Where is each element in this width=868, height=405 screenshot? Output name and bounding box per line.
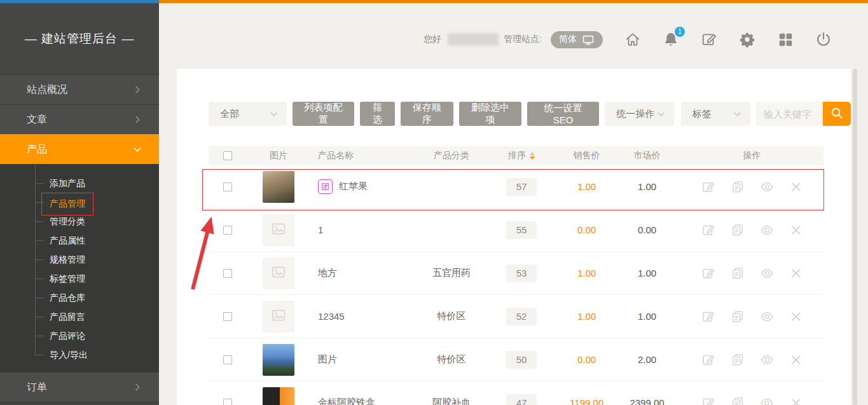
copy-icon[interactable]	[731, 223, 745, 237]
save-order-button[interactable]: 保存顺序	[401, 102, 453, 126]
delete-selected-button[interactable]: 删除选中项	[459, 102, 521, 126]
sort-carets-icon[interactable]	[530, 152, 535, 160]
scrollbar-thumb[interactable]	[853, 69, 857, 405]
list-config-button[interactable]: 列表项配置	[293, 102, 355, 126]
sidebar-item-label: 文章	[27, 113, 47, 127]
cell-name: 1	[310, 224, 420, 235]
row-checkbox[interactable]	[223, 269, 232, 278]
cell-select	[209, 312, 247, 321]
copy-icon[interactable]	[731, 310, 745, 324]
sidebar-item-orders[interactable]: 订单	[0, 372, 159, 402]
view-icon[interactable]	[760, 310, 774, 324]
view-icon[interactable]	[760, 266, 774, 280]
edit-icon[interactable]	[701, 396, 715, 405]
batch-operation-dropdown[interactable]: 统一操作	[605, 102, 673, 126]
gear-icon[interactable]	[739, 31, 755, 48]
column-header-6: 市场价	[614, 150, 680, 161]
sidebar-subitem-label: 标签管理	[50, 273, 85, 284]
cell-image	[247, 257, 310, 289]
sidebar-subitem-product-messages[interactable]: 产品留言	[0, 307, 159, 326]
batch-seo-button[interactable]: 统一设置SEO	[527, 102, 600, 126]
category-filter-dropdown[interactable]: 全部	[209, 102, 287, 126]
search-input[interactable]	[756, 102, 823, 126]
top-header: 您好 管理站点: 简体 1	[424, 30, 832, 49]
view-icon[interactable]	[760, 223, 774, 237]
copy-icon[interactable]	[731, 396, 745, 405]
home-icon[interactable]	[624, 31, 641, 48]
search-button[interactable]	[823, 102, 851, 126]
sort-asc-icon[interactable]	[530, 152, 535, 155]
sort-value-input[interactable]: 57	[506, 178, 537, 196]
sidebar-subitem-spec-management[interactable]: 规格管理	[0, 250, 159, 269]
bell-icon[interactable]: 1	[663, 31, 679, 48]
sidebar-subitem-tag-management[interactable]: 标签管理	[0, 269, 159, 288]
delete-icon[interactable]	[789, 353, 803, 367]
table-row: 地方五官用药531.001.00	[209, 252, 823, 295]
sale-price: 0.00	[577, 354, 596, 365]
apps-grid-icon[interactable]	[777, 31, 794, 48]
sidebar-subitem-add-product[interactable]: 添加产品	[0, 174, 159, 193]
sidebar-item-products[interactable]: 产品	[0, 134, 159, 164]
delete-icon[interactable]	[789, 310, 803, 324]
row-checkbox[interactable]	[223, 226, 232, 235]
sidebar-submenu: 添加产品产品管理管理分类产品属性规格管理标签管理产品仓库产品留言产品评论导入/导…	[0, 164, 159, 372]
sort-value-input[interactable]: 53	[506, 264, 537, 282]
language-site-pill[interactable]: 简体	[551, 31, 603, 48]
sidebar-subitem-import-export[interactable]: 导入/导出	[0, 345, 159, 364]
cell-market-price: 0.00	[614, 224, 680, 236]
cell-name: 图片	[310, 354, 420, 366]
sidebar-subitem-product-reviews[interactable]: 产品评论	[0, 326, 159, 345]
tag-dropdown[interactable]: 标签	[681, 102, 750, 126]
product-category: 五官用药	[432, 267, 471, 278]
view-icon[interactable]	[760, 396, 774, 405]
sort-value-input[interactable]: 52	[506, 308, 537, 326]
copy-icon[interactable]	[731, 266, 745, 280]
delete-icon[interactable]	[789, 180, 803, 194]
cell-sort: 47	[483, 394, 560, 405]
delete-icon[interactable]	[789, 266, 803, 280]
view-icon[interactable]	[760, 180, 774, 194]
delete-icon[interactable]	[789, 223, 803, 237]
sort-value-input[interactable]: 47	[506, 394, 537, 405]
filter-button[interactable]: 筛选	[360, 102, 395, 126]
notification-badge: 1	[675, 27, 685, 37]
sidebar-subitem-label: 添加产品	[50, 178, 85, 188]
sidebar-item-articles[interactable]: 文章	[0, 104, 159, 134]
copy-icon[interactable]	[731, 180, 745, 194]
compose-icon[interactable]	[701, 31, 717, 48]
edit-icon[interactable]	[701, 353, 715, 367]
row-checkbox[interactable]	[223, 182, 232, 191]
row-checkbox[interactable]	[223, 312, 232, 321]
sort-value-input[interactable]: 50	[506, 351, 537, 369]
copy-icon[interactable]	[731, 353, 745, 367]
edit-icon[interactable]	[701, 180, 715, 194]
content-panel: 全部 列表项配置筛选保存顺序删除选中项统一设置SEO 统一操作 标签	[177, 69, 851, 405]
column-header-1: 图片	[247, 150, 310, 161]
product-name: 图片	[318, 354, 337, 366]
view-icon[interactable]	[760, 353, 774, 367]
sort-desc-icon[interactable]	[530, 156, 535, 160]
cell-name: 团红苹果	[310, 179, 420, 194]
sidebar-subitem-product-warehouse[interactable]: 产品仓库	[0, 288, 159, 307]
delete-icon[interactable]	[789, 396, 803, 405]
sidebar-subitem-label: 产品评论	[50, 331, 85, 341]
edit-icon[interactable]	[701, 310, 715, 324]
dropdown-label: 标签	[692, 108, 712, 120]
edit-icon[interactable]	[701, 223, 715, 237]
sidebar-item-site-overview[interactable]: 站点概况	[0, 74, 159, 104]
select-all-checkbox[interactable]	[223, 151, 232, 160]
cell-image	[247, 214, 310, 246]
row-checkbox[interactable]	[223, 355, 232, 364]
column-header-4[interactable]: 排序	[483, 150, 560, 161]
sidebar-subitem-product-management[interactable]: 产品管理	[0, 193, 159, 212]
edit-icon[interactable]	[701, 266, 715, 280]
cell-name: 地方	[310, 267, 420, 279]
sort-value-input[interactable]: 55	[506, 221, 537, 239]
power-icon[interactable]	[815, 31, 832, 48]
sidebar-subitem-product-attributes[interactable]: 产品属性	[0, 231, 159, 250]
product-name: 红苹果	[339, 181, 368, 193]
sidebar-subitem-label: 产品管理	[41, 193, 93, 216]
row-checkbox[interactable]	[223, 399, 232, 405]
product-thumbnail-package-photo	[263, 387, 294, 405]
sidebar-subitem-label: 产品仓库	[50, 292, 85, 303]
